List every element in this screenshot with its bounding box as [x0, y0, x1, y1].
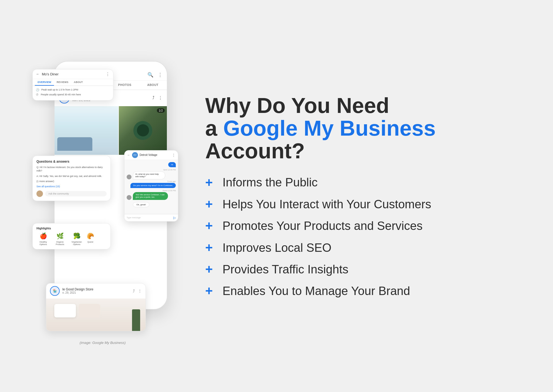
qa-title: Questions & answers [36, 160, 107, 163]
benefit-plus-1: + [205, 198, 216, 211]
benefit-plus-4: + [205, 263, 216, 276]
benefit-item-1: + Helps You Interact with Your Customers [205, 198, 521, 211]
chat-bubble-hi: Hi [168, 162, 176, 167]
chat-user-question-row: Do you service my area? I'm in Corktown. [127, 183, 176, 188]
sofa-shape [57, 137, 92, 151]
chat-business-name: Detroit Voltage [140, 153, 170, 156]
chat-bot-response: Yes! We service Corktown. I can give you… [133, 192, 168, 200]
qa-see-all-link[interactable]: See all questions (15) [36, 185, 107, 188]
page-container: ← The Good Design Store 🔍 ⋮ OVERVIEW REV… [0, 0, 553, 392]
chat-body: Hi Sent 12:45 PM Hi, what do you need he… [124, 160, 178, 214]
benefit-plus-0: + [205, 176, 216, 189]
right-section: Why Do You Need a Google My Business Acc… [194, 94, 521, 297]
chat-input-row: Type message ▷ [124, 214, 178, 221]
qa-more-answers: (1 more answer) [36, 180, 107, 183]
chat-menu-icon[interactable]: ⋮ [172, 153, 175, 157]
highlight-item-2: 🥦 Vegetarian Options [70, 233, 83, 246]
card-small-tab-reviews[interactable]: REVIEWS [54, 79, 71, 86]
left-section: ← The Good Design Store 🔍 ⋮ OVERVIEW REV… [32, 48, 173, 345]
heading-line2-normal: a [205, 116, 223, 140]
highlight-label-3: Quest [87, 241, 93, 243]
highlight-label-2: Vegetarian Options [70, 241, 83, 246]
card-small-header: ← Mo's Diner ⋮ [33, 69, 113, 79]
time-icon: ⏱ [36, 93, 39, 96]
chat-timestamp-1: Sent 12:45 PM [127, 169, 176, 171]
chat-timestamp-2: 5 min ago [127, 180, 176, 182]
chat-user-question: Do you service my area? I'm in Corktown. [130, 183, 176, 188]
benefit-text-1: Helps You Interact with Your Customers [222, 198, 431, 211]
more-icon[interactable]: ⋮ [158, 72, 163, 78]
chat-business-avatar: DV [132, 152, 138, 158]
bottom-biz-date: n. 29, 2021 [62, 291, 130, 294]
qa-answer: A: Hi! Sally. Yes, we do! We've got soy,… [36, 175, 107, 178]
chat-bot-greeting-row: Hi, what do you need help with today? [127, 171, 176, 179]
content-wrapper: ← The Good Design Store 🔍 ⋮ OVERVIEW REV… [32, 48, 521, 345]
benefit-list: + Informs the Public + Helps You Interac… [205, 176, 521, 297]
card-small-overlay: ← Mo's Diner ⋮ OVERVIEW REVIEWS ABOUT 🕐 … [32, 69, 113, 100]
wait-icon: 🕐 [36, 88, 39, 91]
chat-sender-avatar-2 [127, 195, 131, 200]
chat-back-icon[interactable]: ← [127, 153, 130, 157]
phone-header-icons: 🔍 ⋮ [147, 72, 163, 78]
card-bottom-business: 🏪 le Good Design Store n. 29, 2021 ⤴ ⋮ [46, 283, 146, 331]
qa-user-avatar [36, 190, 43, 197]
card-small-tab-overview[interactable]: OVERVIEW [35, 79, 54, 86]
bottom-biz-name: le Good Design Store [62, 287, 130, 291]
chat-sender-avatar [127, 175, 131, 179]
highlight-label-0: Healthy Options [36, 241, 50, 246]
tab-photos[interactable]: PHOTOS [111, 81, 139, 90]
benefit-plus-3: + [205, 241, 216, 254]
highlight-emoji-3: 🥐 [87, 233, 94, 240]
main-heading: Why Do You Need a Google My Business Acc… [205, 94, 521, 162]
benefit-item-0: + Informs the Public [205, 176, 521, 189]
pillow-image [118, 106, 167, 155]
qa-question: Q: Hi! I'm lactose intolerant. Do you st… [36, 166, 107, 173]
highlight-label-1: Organic Products [53, 241, 67, 246]
qa-ask-row: Ask the community [36, 190, 107, 197]
benefit-text-0: Informs the Public [222, 176, 318, 189]
card-chat: ← DV Detroit Voltage ⋮ Hi Sent 12:45 PM … [124, 150, 178, 222]
chat-ok-button[interactable]: Ok, great! [133, 202, 149, 207]
benefit-text-5: Enables You to Manage Your Brand [222, 284, 410, 297]
card-small-tab-about[interactable]: ABOUT [71, 79, 86, 86]
highlights-title: Highlights [36, 227, 107, 230]
qa-ask-input[interactable]: Ask the community [45, 191, 107, 196]
chat-timestamp-3: Read 12:50 PM [127, 190, 176, 192]
image-counter: 1/2 [157, 108, 165, 113]
card-back-icon[interactable]: ← [36, 72, 40, 76]
image-caption: (image: Google My Business) [32, 341, 173, 345]
search-icon[interactable]: 🔍 [147, 72, 153, 78]
highlight-item-0: 🍎 Healthy Options [36, 233, 50, 246]
highlights-items: 🍎 Healthy Options 🌿 Organic Products 🥦 V… [36, 233, 107, 246]
bottom-biz-info: le Good Design Store n. 29, 2021 [62, 287, 130, 294]
bottom-options-icon[interactable]: ⋮ [138, 289, 142, 293]
bottom-share-icon[interactable]: ⤴ [133, 289, 135, 293]
share-icon[interactable]: ⤴ [152, 95, 154, 100]
card-menu-icon[interactable]: ⋮ [106, 72, 110, 77]
benefit-text-3: Improves Local SEO [222, 241, 332, 254]
bed-pillow-1 [54, 304, 76, 317]
benefit-text-4: Provides Traffic Insights [222, 263, 348, 276]
card-small-info-rows: 🕐 Peak wait up to 1.5 hr from 1-2PM ⏱ Pe… [33, 86, 113, 100]
highlight-emoji-2: 🥦 [73, 233, 80, 240]
highlight-emoji-1: 🌿 [56, 233, 64, 240]
benefit-item-4: + Provides Traffic Insights [205, 263, 521, 276]
heading-line1: Why Do You Need [205, 93, 389, 118]
chat-input[interactable]: Type message [127, 216, 172, 219]
benefit-item-3: + Improves Local SEO [205, 241, 521, 254]
send-icon[interactable]: ▷ [173, 216, 176, 220]
card-info-row-2: ⏱ People usually spend 30-45 min here [36, 93, 110, 96]
chat-msg-hi: Hi [127, 162, 176, 167]
benefit-plus-2: + [205, 219, 216, 232]
chat-bot-response-row: Yes! We service Corktown. I can give you… [127, 192, 176, 200]
benefit-text-2: Promotes Your Products and Services [222, 219, 423, 232]
bed-scene [46, 299, 146, 331]
benefit-plus-5: + [205, 284, 216, 297]
options-icon[interactable]: ⋮ [158, 95, 163, 100]
highlight-emoji-0: 🍎 [40, 233, 47, 240]
card-info-row-1: 🕐 Peak wait up to 1.5 hr from 1-2PM [36, 88, 110, 92]
card-small-title: Mo's Diner [42, 72, 103, 76]
chat-header: ← DV Detroit Voltage ⋮ [124, 150, 178, 160]
tab-about[interactable]: ABOUT [139, 81, 167, 90]
card-small-tabs: OVERVIEW REVIEWS ABOUT [33, 79, 113, 86]
